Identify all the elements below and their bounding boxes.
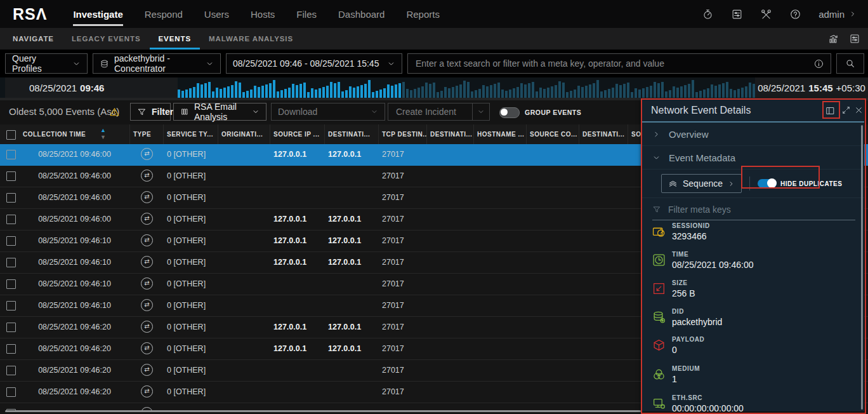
- hide-duplicates-toggle[interactable]: [758, 179, 777, 188]
- timeline-bar: [414, 89, 416, 98]
- section-event-metadata[interactable]: Event Metadata: [642, 146, 864, 170]
- timeline-bar: [353, 88, 355, 98]
- meta-key: SESSIONID: [672, 222, 850, 229]
- row-checkbox[interactable]: [6, 236, 16, 246]
- nav-item-reports[interactable]: Reports: [395, 0, 450, 28]
- column-header-destinati[interactable]: DESTINATI...: [325, 124, 379, 144]
- timeline-bar: [280, 90, 283, 98]
- select-all-checkbox[interactable]: [6, 130, 16, 140]
- column-header-hostname[interactable]: HOSTNAME ...: [474, 124, 527, 144]
- column-header-service-ty[interactable]: SERVICE TY...: [164, 124, 218, 144]
- column-header-source-ip[interactable]: SOURCE IP ...: [270, 124, 325, 144]
- tab-navigate[interactable]: NAVIGATE: [4, 28, 63, 50]
- service-selector[interactable]: packethybrid - Concentrator: [93, 53, 221, 74]
- row-checkbox[interactable]: [6, 215, 16, 224]
- toggle-panel-icon[interactable]: [825, 105, 836, 116]
- row-checkbox[interactable]: [6, 366, 16, 375]
- meta-value[interactable]: 1: [672, 374, 850, 384]
- create-incident-button[interactable]: Create Incident: [388, 103, 490, 121]
- horizontal-scrollbar[interactable]: [5, 410, 641, 412]
- column-header-originati[interactable]: ORIGINATI...: [218, 124, 270, 144]
- timeline-bar: [406, 89, 409, 98]
- timeline-bar: [193, 87, 195, 98]
- column-header-tcp-destin[interactable]: TCP DESTIN...: [379, 124, 427, 144]
- column-header-destinati[interactable]: DESTINATI...: [579, 124, 628, 144]
- hide-duplicates-label: HIDE DUPLICATES: [780, 180, 842, 187]
- nav-item-users[interactable]: Users: [194, 0, 240, 28]
- row-checkbox[interactable]: [6, 387, 16, 397]
- row-checkbox[interactable]: [6, 258, 16, 267]
- row-checkbox[interactable]: [6, 323, 16, 332]
- group-events-toggle[interactable]: [499, 107, 520, 118]
- event-analysis-icon[interactable]: [828, 33, 839, 44]
- meta-key: ETH.SRC: [672, 394, 850, 401]
- event-timeline[interactable]: 08/25/2021 09:46 08/25/2021 15:45 +05:30: [0, 77, 868, 98]
- info-icon[interactable]: [813, 58, 824, 69]
- nav-item-investigate[interactable]: Investigate: [62, 0, 133, 28]
- timeline-bar: [471, 91, 473, 98]
- column-header-source-co[interactable]: SOURCE CO...: [527, 124, 579, 144]
- time-range-selector[interactable]: 08/25/2021 09:46 - 08/25/2021 15:45: [226, 53, 402, 74]
- timeline-bar: [676, 88, 679, 98]
- service-label: packethybrid - Concentrator: [114, 53, 201, 74]
- meta-value[interactable]: 0: [672, 345, 850, 355]
- user-menu[interactable]: admin: [819, 9, 857, 20]
- row-checkbox[interactable]: [6, 193, 16, 203]
- top-nav: RSΛ InvestigateRespondUsersHostsFilesDas…: [0, 0, 868, 28]
- meta-value[interactable]: 08/25/2021 09:46:00: [672, 260, 850, 270]
- chevron-down-icon: [206, 60, 214, 68]
- columns-icon: [180, 107, 189, 116]
- timeline-bar: [539, 88, 542, 98]
- meta-filter-input[interactable]: [667, 204, 855, 215]
- column-header-collection-time[interactable]: COLLECTION TIME: [19, 124, 130, 144]
- meta-value[interactable]: 3293466: [672, 231, 850, 241]
- search-input[interactable]: [414, 58, 813, 69]
- nav-item-files[interactable]: Files: [286, 0, 327, 28]
- timeline-bar: [246, 91, 249, 98]
- timeline-bar: [589, 84, 591, 98]
- timeline-end-label: 08/25/2021 15:45 +05:30: [755, 77, 868, 98]
- tools-icon[interactable]: [760, 8, 772, 20]
- network-event-type-icon: ⇄: [130, 295, 164, 316]
- nav-item-hosts[interactable]: Hosts: [240, 0, 286, 28]
- tab-malware-analysis[interactable]: MALWARE ANALYSIS: [200, 28, 302, 50]
- row-checkbox[interactable]: [6, 171, 16, 181]
- timeline-bar: [418, 88, 420, 98]
- nav-item-respond[interactable]: Respond: [134, 0, 194, 28]
- column-header-type[interactable]: TYPE: [130, 124, 164, 144]
- meta-value[interactable]: 256 B: [672, 288, 850, 298]
- meta-value[interactable]: packethybrid: [672, 317, 850, 327]
- timeline-bar: [631, 92, 633, 98]
- cell-tcp-destination-port: 27017: [382, 338, 428, 359]
- timeline-bar: [513, 88, 515, 98]
- nav-item-dashboard[interactable]: Dashboard: [327, 0, 395, 28]
- timeline-bar: [429, 84, 431, 98]
- timer-icon[interactable]: [702, 8, 714, 20]
- query-profiles-button[interactable]: Query Profiles: [5, 53, 88, 74]
- column-group-selector[interactable]: RSA Email Analysis: [173, 103, 266, 121]
- column-header-destinati[interactable]: DESTINATI...: [427, 124, 474, 144]
- row-checkbox[interactable]: [6, 301, 16, 310]
- tab-events[interactable]: EVENTS: [150, 28, 200, 50]
- timeline-histogram[interactable]: [178, 79, 755, 98]
- sequence-button[interactable]: Sequence: [661, 174, 742, 193]
- meta-value[interactable]: 00:00:00:00:00:00: [672, 403, 850, 411]
- search-button[interactable]: [836, 53, 864, 74]
- tab-legacy-events[interactable]: LEGACY EVENTS: [63, 28, 150, 50]
- download-button[interactable]: Download: [271, 103, 385, 121]
- column-settings-icon[interactable]: [849, 33, 860, 44]
- row-checkbox[interactable]: [6, 150, 16, 159]
- jobs-icon[interactable]: [731, 8, 743, 20]
- row-checkbox[interactable]: [6, 279, 16, 289]
- filter-button[interactable]: Filter: [130, 103, 171, 121]
- close-panel-icon[interactable]: [854, 105, 864, 115]
- row-checkbox[interactable]: [6, 344, 16, 354]
- panel-scrollbar[interactable]: [861, 125, 863, 410]
- network-event-type-icon: ⇄: [130, 274, 164, 295]
- timeline-bar: [596, 80, 599, 98]
- timeline-bar: [185, 90, 188, 98]
- section-overview[interactable]: Overview: [642, 123, 864, 146]
- expand-panel-icon[interactable]: [841, 105, 851, 115]
- group-events-label: GROUP EVENTS: [525, 109, 581, 116]
- help-icon[interactable]: [789, 8, 801, 20]
